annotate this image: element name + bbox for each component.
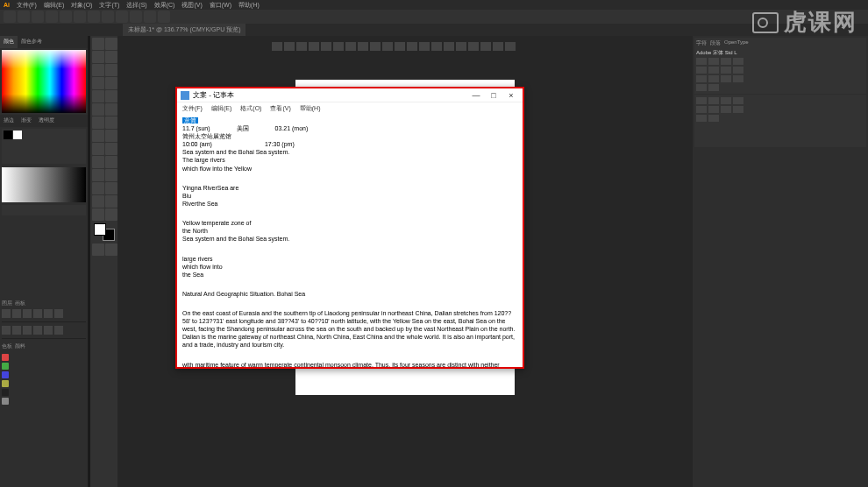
fill-color[interactable] — [94, 223, 106, 236]
document-tab[interactable]: 未标题-1* @ 136.77% (CMYK/GPU 预览) — [123, 24, 245, 36]
swatch[interactable] — [4, 131, 12, 139]
control-icon[interactable] — [130, 11, 142, 23]
control-icon[interactable] — [32, 11, 44, 23]
lasso-tool[interactable] — [105, 51, 117, 63]
hand-tool[interactable] — [92, 208, 104, 221]
tab-colorguide[interactable]: 颜色参考 — [18, 36, 46, 48]
line-tool[interactable] — [105, 77, 117, 89]
eraser-tool[interactable] — [105, 103, 117, 116]
opt-icon[interactable] — [284, 42, 295, 51]
control-icon[interactable] — [144, 11, 156, 23]
char-ctrl[interactable] — [733, 58, 743, 65]
tab-character[interactable]: 字符 — [696, 39, 707, 48]
para-ctrl[interactable] — [733, 106, 743, 113]
tab-layers[interactable]: 图层 — [2, 300, 12, 307]
color-spectrum[interactable] — [2, 50, 86, 113]
panel-icon[interactable] — [44, 309, 53, 318]
maximize-button[interactable]: □ — [486, 90, 502, 101]
panel-icon[interactable] — [23, 309, 32, 318]
opt-icon[interactable] — [370, 42, 381, 51]
rotate-tool[interactable] — [92, 116, 104, 129]
char-ctrl[interactable] — [708, 84, 719, 91]
opt-icon[interactable] — [296, 42, 307, 51]
notepad-textarea[interactable]: 意简 11.7 (sun) 美国 03.21 (mon) 简州太空站展览馆 10… — [177, 115, 523, 367]
opt-icon[interactable] — [493, 42, 503, 51]
paintbrush-tool[interactable] — [105, 90, 117, 102]
panel-icon[interactable] — [2, 309, 11, 318]
opt-icon[interactable] — [382, 42, 393, 51]
para-ctrl[interactable] — [708, 115, 719, 122]
np-menu-file[interactable]: 文件(F) — [182, 104, 203, 113]
screen-mode[interactable] — [105, 244, 117, 256]
font-family-value[interactable]: Adobe 宋体 Std L — [696, 49, 737, 57]
control-icon[interactable] — [74, 11, 86, 23]
selection-tool[interactable] — [92, 38, 104, 50]
minimize-button[interactable]: — — [468, 90, 484, 101]
panel-brush[interactable] — [2, 205, 86, 215]
opt-icon[interactable] — [419, 42, 430, 51]
menu-help[interactable]: 帮助(H) — [238, 1, 260, 10]
column-graph-tool[interactable] — [105, 182, 117, 194]
tab-stroke[interactable]: 描边 — [0, 115, 18, 127]
tab-opentype[interactable]: OpenType — [724, 39, 749, 48]
artboard-tool[interactable] — [92, 195, 104, 208]
char-ctrl[interactable] — [708, 58, 719, 65]
panel-icon[interactable] — [33, 309, 42, 318]
panel-icon[interactable] — [12, 326, 21, 335]
draw-mode[interactable] — [92, 244, 104, 256]
zoom-tool[interactable] — [105, 208, 117, 221]
opt-icon[interactable] — [444, 42, 454, 51]
char-ctrl[interactable] — [696, 75, 707, 82]
menu-window[interactable]: 窗口(W) — [210, 1, 231, 10]
para-ctrl[interactable] — [708, 106, 719, 113]
char-ctrl[interactable] — [696, 58, 707, 65]
notepad-window[interactable]: 文案 - 记事本 — □ × 文件(F) 编辑(E) 格式(O) 查看(V) 帮… — [175, 87, 524, 369]
menu-file[interactable]: 文件(F) — [17, 1, 37, 10]
para-ctrl[interactable] — [721, 106, 731, 113]
type-tool[interactable] — [92, 77, 104, 89]
tab-gradient[interactable]: 渐变 — [18, 115, 35, 127]
control-icon[interactable] — [46, 11, 58, 23]
direct-select-tool[interactable] — [105, 38, 117, 50]
char-ctrl[interactable] — [696, 84, 707, 91]
tab-brushes[interactable]: 颜料 — [15, 342, 25, 350]
close-button[interactable]: × — [503, 90, 519, 101]
opt-icon[interactable] — [431, 42, 442, 51]
char-ctrl[interactable] — [721, 75, 731, 82]
control-icon[interactable] — [158, 11, 170, 23]
opt-icon[interactable] — [358, 42, 368, 51]
fill-stroke-control[interactable] — [94, 223, 115, 241]
char-ctrl[interactable] — [696, 67, 707, 74]
control-icon[interactable] — [88, 11, 100, 23]
opt-icon[interactable] — [407, 42, 417, 51]
char-ctrl[interactable] — [733, 67, 743, 74]
tab-transparency[interactable]: 透明度 — [35, 115, 58, 127]
control-icon[interactable] — [4, 11, 16, 23]
panel-icon[interactable] — [54, 309, 63, 318]
swatch-panel[interactable] — [2, 129, 86, 164]
opt-icon[interactable] — [345, 42, 356, 51]
magic-wand-tool[interactable] — [92, 51, 104, 63]
panel-icon[interactable] — [33, 326, 42, 335]
panel-icon[interactable] — [44, 326, 53, 335]
para-ctrl[interactable] — [721, 97, 731, 104]
panel-icon[interactable] — [54, 326, 63, 335]
opt-icon[interactable] — [333, 42, 344, 51]
tab-color[interactable]: 颜色 — [0, 36, 18, 48]
menu-effect[interactable]: 效果(C) — [154, 1, 175, 10]
opt-icon[interactable] — [468, 42, 479, 51]
control-icon[interactable] — [18, 11, 30, 23]
mesh-tool[interactable] — [92, 156, 104, 168]
para-ctrl[interactable] — [708, 97, 719, 104]
color-dot[interactable] — [2, 398, 9, 405]
char-ctrl[interactable] — [708, 75, 719, 82]
curvature-tool[interactable] — [105, 64, 117, 76]
char-ctrl[interactable] — [721, 67, 731, 74]
control-icon[interactable] — [60, 11, 72, 23]
para-ctrl[interactable] — [696, 115, 707, 122]
perspective-tool[interactable] — [105, 143, 117, 155]
opt-icon[interactable] — [272, 42, 282, 51]
eyedropper-tool[interactable] — [92, 169, 104, 181]
width-tool[interactable] — [92, 130, 104, 142]
opt-icon[interactable] — [309, 42, 319, 51]
